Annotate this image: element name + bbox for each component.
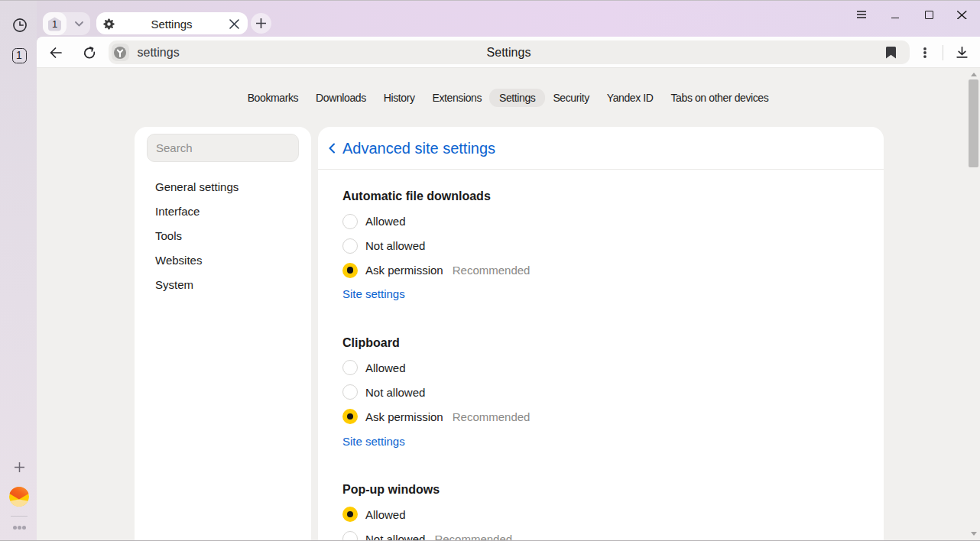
svg-text:1: 1 — [52, 18, 57, 30]
